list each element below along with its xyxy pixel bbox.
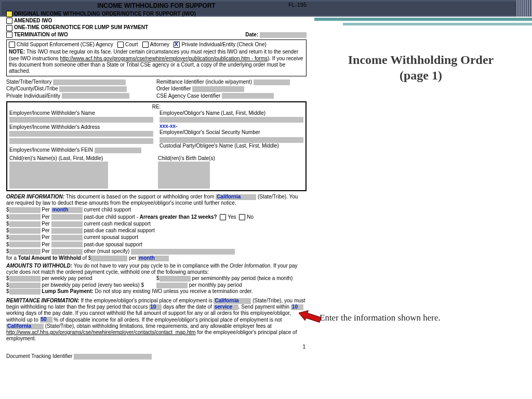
ri-state1[interactable]: California	[214, 298, 251, 304]
amt4[interactable]	[9, 228, 41, 234]
per7[interactable]	[51, 249, 83, 255]
ri-service[interactable]: service	[214, 304, 238, 310]
id-order-f[interactable]	[192, 86, 244, 92]
aw-bi-f[interactable]	[9, 283, 41, 288]
aw-weekly: per weekly pay period	[41, 275, 92, 281]
emp-name-l: Employer/Income Withholder's Name	[9, 110, 153, 116]
cust-f[interactable]	[159, 137, 303, 143]
amt1[interactable]	[9, 207, 41, 213]
per1[interactable]: month	[51, 207, 83, 213]
id-remit-l: Remittance Identifier (include w/payment…	[156, 79, 252, 85]
l7: other (must specify)	[84, 248, 129, 254]
id-priv-l: Private Individual/Entity	[6, 93, 60, 99]
ri-wd[interactable]: 10	[291, 304, 303, 310]
per5[interactable]	[51, 235, 83, 241]
checkbox-cse[interactable]	[9, 42, 15, 48]
tot-per-f[interactable]: month	[138, 256, 169, 261]
tot-f[interactable]	[91, 256, 127, 261]
cb-yes[interactable]	[220, 214, 226, 220]
aw-semi-f[interactable]	[159, 276, 191, 282]
opt-amended: AMENDED IWO	[14, 18, 52, 23]
ri-t3: days after the date of	[162, 304, 214, 310]
emp-addr-f2[interactable]	[9, 138, 153, 144]
origin-box: Child Support Enforcement (CSE) Agency C…	[6, 39, 307, 76]
ri-link[interactable]: http://www.acf.hhs.gov/programs/cse/newh…	[6, 329, 196, 335]
per6[interactable]	[51, 242, 83, 247]
tot-b: Total Amount to Withhold	[18, 255, 81, 261]
ri-t7: (State/Tribe), obtain withholding limita…	[44, 323, 272, 329]
emp-addr-f1[interactable]	[9, 131, 153, 137]
obl-name-f[interactable]	[159, 117, 303, 123]
ri-pct[interactable]: 50	[40, 317, 52, 323]
checkbox-termination[interactable]	[6, 32, 12, 38]
opt-onetime: ONE-TIME ORDER/NOTICE FOR LUMP SUM PAYME…	[14, 24, 148, 30]
opt-termination: TERMINATION of IWO	[14, 32, 68, 37]
ri-t1: If the employee/obligor's principal plac…	[79, 298, 214, 303]
child-names-f[interactable]	[9, 162, 108, 189]
page-number: 1	[302, 344, 305, 350]
ri-t4: . Send payment within	[238, 304, 291, 310]
id-state-l: State/Tribe/Territory	[6, 79, 51, 85]
parties-box: RE: Employer/Income Withholder's Name Em…	[6, 101, 307, 191]
id-remit-f[interactable]	[254, 79, 290, 85]
amt6[interactable]	[9, 242, 41, 247]
checkbox-amended[interactable]	[6, 18, 12, 24]
id-cse-f[interactable]	[222, 93, 274, 99]
origin-attorney: Attorney	[150, 42, 169, 47]
child-dob-f[interactable]	[158, 162, 210, 189]
per2[interactable]	[51, 214, 83, 220]
checkbox-attorney[interactable]	[142, 42, 149, 48]
per3[interactable]	[51, 221, 83, 227]
form-title: INCOME WITHHOLDING FOR SUPPORT	[6, 2, 307, 10]
note-label: NOTE:	[9, 49, 25, 55]
oi-heading: ORDER INFORMATION:	[6, 194, 64, 200]
order-info: ORDER INFORMATION: This document is base…	[6, 194, 307, 261]
origin-court: Court	[125, 42, 138, 47]
cb-no[interactable]	[239, 214, 245, 220]
origin-cse: Child Support Enforcement (CSE) Agency	[17, 42, 113, 47]
tot-per: per	[127, 255, 138, 261]
cust-l: Custodial Party/Obligee's Name (Last, Fi…	[159, 143, 303, 149]
tot-a: for a	[6, 255, 18, 261]
ri-heading: REMITTANCE INFORMATION:	[6, 298, 79, 303]
emp-fein-l: Employer/Income Withholder's FEIN	[9, 147, 93, 153]
l1: current child support	[84, 207, 131, 212]
ri-days[interactable]: 10	[149, 304, 162, 310]
oi-state-f[interactable]: California	[216, 194, 256, 200]
id-state-f[interactable]	[53, 79, 126, 85]
id-cse-l: CSE Agency Case Identifier	[156, 93, 220, 99]
id-city-f[interactable]	[59, 86, 127, 92]
checkbox-original[interactable]	[6, 11, 12, 17]
oi-lead: This document is based on the support or…	[64, 194, 216, 200]
ri-state2[interactable]: California	[6, 324, 44, 329]
amt3[interactable]	[9, 221, 41, 227]
aw-lead: You do not have to vary your pay cycle t…	[72, 263, 230, 269]
child-names-l: Child(ren)'s Name(s) (Last, First, Middl…	[9, 155, 155, 162]
checkbox-court[interactable]	[117, 42, 124, 48]
tracking-f[interactable]	[74, 354, 152, 360]
amt5[interactable]	[9, 235, 41, 241]
l2b: Arrears greater than 12 weeks?	[140, 214, 217, 220]
id-order-l: Order Identifier	[156, 86, 191, 91]
other-f[interactable]	[131, 249, 235, 255]
emp-name-f[interactable]	[9, 117, 153, 123]
origin-private: Private Individual/Entity (Check One)	[181, 42, 266, 47]
aw-weekly-f[interactable]	[9, 276, 41, 282]
aw-mon: per monthly pay period	[188, 282, 242, 288]
per4[interactable]	[51, 228, 83, 234]
aw-mon-f[interactable]	[156, 283, 188, 288]
l2a: past-due child support -	[84, 214, 139, 220]
ri-t6: % of disposable income for all orders. I…	[52, 317, 282, 323]
aw-lump-f[interactable]	[9, 289, 41, 295]
date-field[interactable]	[260, 32, 307, 38]
remittance: REMITTANCE INFORMATION: If the employee/…	[6, 298, 307, 342]
amt7[interactable]	[9, 249, 41, 255]
id-priv-f[interactable]	[62, 93, 129, 99]
amt2[interactable]	[9, 214, 41, 220]
checkbox-onetime[interactable]	[6, 25, 12, 31]
note-link[interactable]: http://www.acf.hhs.gov/programs/cse/newh…	[60, 56, 268, 61]
id-city-l: City/County/Dist./Tribe	[6, 86, 58, 91]
emp-fein-f[interactable]	[95, 148, 141, 153]
amounts: AMOUNTS TO WITHHOLD: You do not have to …	[6, 263, 307, 295]
checkbox-private[interactable]: X	[174, 42, 180, 48]
